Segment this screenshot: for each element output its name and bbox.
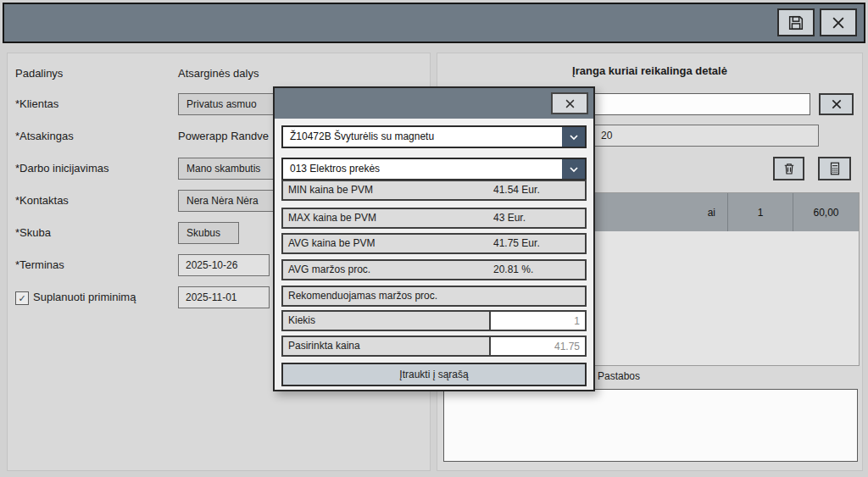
field-label-darbo-inicijavimas: *Darbo inicijavimas (15, 158, 109, 180)
close-icon (830, 14, 847, 31)
calculator-button[interactable] (818, 157, 851, 180)
quantity-input[interactable] (491, 312, 585, 330)
info-label: AVG maržos proc. (288, 261, 370, 279)
info-label: Rekomenduojamas maržos proc. (288, 287, 437, 305)
price-label: Pasirinkta kaina (283, 337, 491, 355)
product-dropdown-value: Ž10472B Švyturėlis su magnetu (290, 127, 434, 147)
info-label: AVG kaina be PVM (288, 235, 376, 252)
modal-close-x-icon (564, 97, 576, 110)
field-label-terminas: *Terminas (15, 254, 64, 276)
info-row-max-price: MAX kaina be PVM 43 Eur. (281, 208, 587, 229)
quantity-label: Kiekis (283, 312, 491, 330)
field-label-klientas: *Klientas (15, 93, 58, 115)
notes-label: Pastabos (598, 370, 640, 382)
trash-icon (782, 161, 797, 176)
price-input[interactable] (491, 337, 585, 355)
field-label-skuba: *Skuba (15, 222, 51, 244)
skuba-select-button[interactable]: Skubus (178, 222, 239, 244)
terminas-date-field[interactable]: 2025-10-26 (178, 254, 270, 276)
product-dropdown[interactable]: Ž10472B Švyturėlis su magnetu (281, 125, 587, 148)
suplanuoti-priminima-checkbox[interactable]: ✓ (15, 291, 29, 305)
category-dropdown[interactable]: 013 Elektros prekės (281, 158, 587, 180)
delete-row-button[interactable] (773, 157, 804, 180)
window-close-button[interactable] (820, 8, 857, 36)
field-value-atsakingas: Powerapp Randve (178, 125, 269, 147)
category-dropdown-value: 013 Elektros prekės (290, 159, 380, 179)
info-row-min-price: MIN kaina be PVM 41.54 Eur. (281, 180, 587, 201)
info-row-recommended-margin: Rekomenduojamas maržos proc. (281, 286, 587, 307)
clear-search-button[interactable] (819, 93, 854, 115)
info-row-avg-margin: AVG maržos proc. 20.81 %. (281, 259, 587, 280)
part-qty-cell: 1 (728, 193, 793, 231)
field-label-suplanuoti-priminima: Suplanuoti priminimą (33, 286, 136, 308)
top-toolbar (3, 3, 865, 43)
app-window: Padalinys Atsarginės dalys *Klientas Pri… (0, 0, 868, 477)
equipment-quantity-field[interactable]: 20 (593, 125, 819, 147)
field-label-atsakingas: *Atsakingas (15, 125, 74, 147)
field-label-kontaktas: *Kontaktas (15, 190, 69, 212)
priminimas-date-field[interactable]: 2025-11-01 (178, 286, 270, 308)
info-label: MIN kaina be PVM (288, 181, 373, 199)
field-label-padalinys: Padalinys (15, 63, 63, 85)
modal-close-button[interactable] (551, 92, 588, 114)
chevron-down-icon (562, 127, 585, 147)
calculator-icon (827, 161, 843, 176)
field-value-padalinys: Atsarginės dalys (178, 63, 259, 85)
add-to-list-button[interactable]: Įtraukti į sąrašą (281, 363, 587, 386)
info-value: 41.54 Eur. (493, 181, 540, 199)
info-label: MAX kaina be PVM (288, 209, 376, 227)
checkbox-check-icon: ✓ (18, 293, 25, 304)
info-value: 20.81 %. (493, 261, 533, 279)
notes-textarea[interactable] (443, 389, 858, 462)
clear-x-icon (830, 97, 843, 111)
chevron-down-icon (562, 159, 585, 179)
part-price-cell: 60,00 (793, 193, 859, 231)
quantity-input-row: Kiekis (281, 310, 587, 331)
modal-titlebar (275, 88, 593, 119)
info-value: 41.75 Eur. (493, 235, 540, 252)
price-input-row: Pasirinkta kaina (281, 336, 587, 357)
info-value: 43 Eur. (493, 209, 526, 227)
save-icon (787, 14, 805, 32)
save-button[interactable] (777, 8, 815, 36)
equipment-panel-title: Įranga kuriai reikalinga detalė (437, 64, 862, 77)
info-row-avg-price: AVG kaina be PVM 41.75 Eur. (281, 233, 587, 254)
part-select-modal: Ž10472B Švyturėlis su magnetu 013 Elektr… (273, 86, 595, 391)
